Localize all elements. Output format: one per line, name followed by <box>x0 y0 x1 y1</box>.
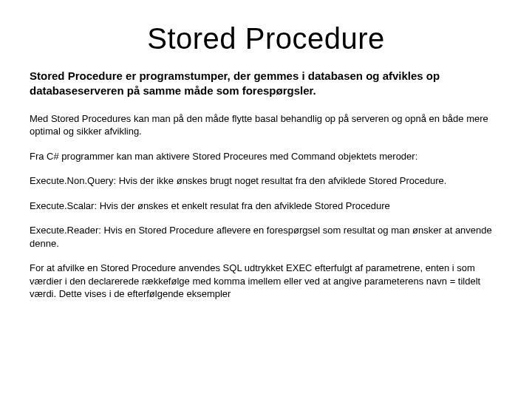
body-paragraph: Med Stored Procedures kan man på den måd… <box>30 112 502 138</box>
body-paragraph: For at afvilke en Stored Procedure anven… <box>30 262 502 301</box>
slide: Stored Procedure Stored Procedure er pro… <box>0 0 532 399</box>
body-paragraph: Execute.Non.Query: Hvis der ikke ønskes … <box>30 174 502 188</box>
body-paragraph: Execute.Scalar: Hvis der ønskes et enkel… <box>30 200 502 213</box>
intro-paragraph: Stored Procedure er programstumper, der … <box>30 69 502 99</box>
page-title: Stored Procedure <box>30 22 502 55</box>
body-paragraph: Fra C# programmer kan man aktivere Store… <box>30 150 502 163</box>
body-paragraph: Execute.Reader: Hvis en Stored Procedure… <box>30 224 502 250</box>
